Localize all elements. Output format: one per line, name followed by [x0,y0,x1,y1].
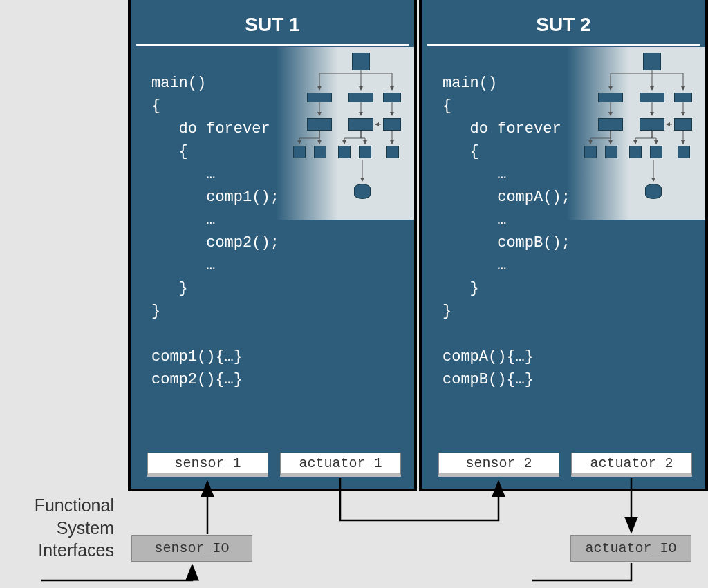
sut2-title: SUT 2 [427,0,700,46]
sut2-container: SUT 2 [419,0,708,491]
functional-system-interfaces-label: Functional System Interfaces [7,494,114,562]
sut2-flowchart-icon [581,53,698,211]
sut1-title: SUT 1 [136,0,409,46]
actuator-io-box: actuator_IO [570,535,691,562]
sensor-2-tab: sensor_2 [438,453,559,477]
actuator-2-tab: actuator_2 [571,453,692,477]
sut1-container: SUT 1 [128,0,417,491]
sensor-io-box: sensor_IO [131,535,252,562]
sut1-flowchart-icon [290,53,407,211]
sut1-code-area: main() { do forever { … comp1(); … comp2… [131,46,414,391]
sensor-1-tab: sensor_1 [147,453,268,477]
actuator-1-tab: actuator_1 [280,453,401,477]
sut2-code-area: main() { do forever { … compA(); … compB… [422,46,705,391]
